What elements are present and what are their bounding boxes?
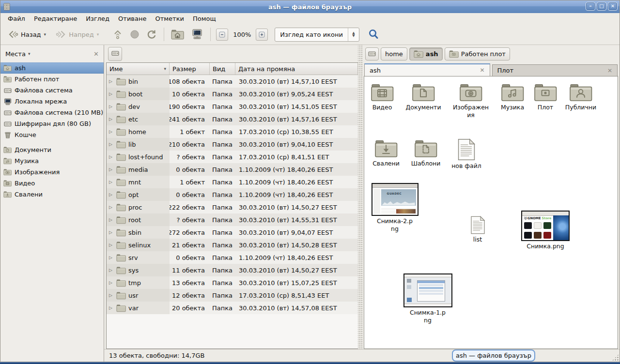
menu-item-5[interactable]: Помощ [188, 14, 220, 23]
sidebar-item-Документи[interactable]: Документи [0, 144, 104, 155]
breadcrumb-root[interactable] [365, 47, 379, 61]
taskbar-window-button[interactable]: ash — файлов браузър [452, 349, 535, 362]
home-button[interactable] [168, 27, 187, 42]
menu-item-1[interactable]: Редактиране [30, 14, 81, 23]
tree-row-lib[interactable]: ▷lib210 обектаПапка30.03.2010 (вт) 9,04,… [107, 138, 358, 151]
file-item-нов файл[interactable]: нов файл [443, 138, 490, 170]
tree-row-sys[interactable]: ▷sys11 обектаПапка30.03.2010 (вт) 14,50,… [107, 264, 358, 276]
sidebar-item-Работен плот[interactable]: Работен плот [0, 74, 104, 85]
expander-icon[interactable]: ▷ [109, 180, 114, 184]
sidebar-item-Файлова система (210 MB)[interactable]: Файлова система (210 MB) [0, 107, 104, 118]
file-item-Снимка.png[interactable]: 🐺GNOME StoreСнимка.png [522, 211, 569, 250]
sidebar-item-Шифриран дял (80 GB)[interactable]: Шифриран дял (80 GB) [0, 118, 104, 129]
tree-row-bin[interactable]: ▷bin108 обектаПапка30.03.2010 (вт) 14,57… [107, 75, 358, 88]
column-header-Размер[interactable]: Размер [170, 63, 210, 75]
tree-row-sbin[interactable]: ▷sbin272 обектаПапка30.03.2010 (вт) 9,04… [107, 226, 358, 239]
root-location-button[interactable] [108, 47, 122, 61]
column-header-Вид[interactable]: Вид [210, 63, 235, 75]
sidebar-item-Файлова система[interactable]: Файлова система [0, 85, 104, 96]
places-selector[interactable]: Места ▾ [5, 50, 30, 58]
tab-close-icon[interactable]: ✕ [480, 67, 484, 74]
column-header-Дата на промяна[interactable]: Дата на промяна [235, 63, 358, 75]
breadcrumb-Работен плот[interactable]: Работен плот [445, 47, 510, 61]
expander-icon[interactable]: ▷ [109, 217, 114, 222]
tree-row-media[interactable]: ▷media0 обектаПапка1.10.2009 (чт) 18,40,… [107, 163, 358, 176]
expander-icon[interactable]: ▷ [109, 91, 114, 96]
tree-row-etc[interactable]: ▷etc241 обектаПапка30.03.2010 (вт) 14,57… [107, 113, 358, 125]
pane-splitter[interactable] [358, 45, 362, 349]
menu-item-4[interactable]: Отметки [151, 14, 188, 23]
tab-Плот[interactable]: Плот✕ [492, 64, 618, 76]
tab-ash[interactable]: ash✕ [364, 63, 490, 76]
titlebar[interactable]: ash — файлов браузър – □ ✕ [0, 0, 620, 14]
zoom-out-button[interactable] [216, 29, 228, 41]
close-button[interactable]: ✕ [608, 2, 618, 11]
tree-row-tmp[interactable]: ▷tmp13 обектаПапка30.03.2010 (вт) 15,07,… [107, 276, 358, 289]
tree-row-var[interactable]: ▷var20 обектаПапка30.03.2010 (вт) 14,57,… [107, 302, 358, 314]
expander-icon[interactable]: ▷ [109, 129, 114, 134]
sidebar-item-Свалени[interactable]: Свалени [0, 189, 104, 200]
expander-icon[interactable]: ▷ [109, 79, 114, 84]
forward-button[interactable]: Напред ▾ [52, 28, 102, 41]
expander-icon[interactable]: ▷ [109, 268, 114, 273]
expander-icon[interactable]: ▷ [109, 104, 114, 109]
tree-row-usr[interactable]: ▷usr12 обектаПапка17.03.2010 (ср) 8,51,4… [107, 289, 358, 302]
breadcrumb-home[interactable]: home [381, 47, 407, 61]
file-item-Изображения[interactable]: Изображения [448, 82, 494, 119]
back-button[interactable]: Назад ▾ [4, 28, 49, 41]
zoom-in-button[interactable] [256, 29, 268, 41]
back-dropdown-icon[interactable]: ▾ [44, 32, 46, 37]
menu-item-3[interactable]: Отиване [114, 14, 151, 23]
tree-row-srv[interactable]: ▷srv0 обектаПапка1.10.2009 (чт) 18,40,26… [107, 251, 358, 264]
expander-icon[interactable]: ▷ [109, 117, 114, 121]
tree-row-proc[interactable]: ▷proc222 обектаПапка30.03.2010 (вт) 14,5… [107, 201, 358, 213]
expander-icon[interactable]: ▷ [109, 205, 114, 210]
tree-row-boot[interactable]: ▷boot10 обектаПапка30.03.2010 (вт) 9,05,… [107, 88, 358, 100]
sidebar-item-Видео[interactable]: Видео [0, 178, 104, 189]
file-item-Снимка-1.png[interactable]: Снимка-1.png [404, 273, 451, 324]
tree-row-mnt[interactable]: ▷mnt1 обектПапка1.10.2009 (чт) 18,40,26 … [107, 176, 358, 188]
expander-icon[interactable]: ▷ [109, 192, 114, 197]
view-selector[interactable]: Изглед като икони ▲▼ [275, 28, 359, 42]
file-item-Шаблони[interactable]: Шаблони [403, 138, 449, 167]
sidebar-item-Изображения[interactable]: Изображения [0, 167, 104, 178]
tree-row-home[interactable]: ▷home1 обектПапка17.03.2010 (ср) 10,38,5… [107, 125, 358, 138]
file-item-list[interactable]: list [454, 216, 501, 243]
reload-button[interactable] [143, 27, 160, 42]
up-button[interactable] [109, 27, 126, 42]
sidebar-item-Кошче[interactable]: Кошче [0, 129, 104, 140]
breadcrumb-ash[interactable]: ash [409, 47, 443, 61]
sidebar-item-ash[interactable]: ash [0, 62, 104, 74]
tab-close-icon[interactable]: ✕ [607, 67, 612, 74]
tree-row-root[interactable]: ▷root? обектаПапка30.03.2010 (вт) 14,55,… [107, 213, 358, 226]
sidebar-close-icon[interactable]: ✕ [93, 50, 99, 58]
expander-icon[interactable]: ▷ [109, 293, 114, 298]
expander-icon[interactable]: ▷ [109, 154, 114, 159]
expander-icon[interactable]: ▷ [109, 142, 114, 147]
sidebar-item-Локална мрежа[interactable]: Локална мрежа [0, 96, 104, 107]
column-header-Име[interactable]: Име▾ [107, 63, 170, 75]
expander-icon[interactable]: ▷ [109, 280, 114, 285]
computer-button[interactable] [187, 26, 207, 43]
resize-grip[interactable] [612, 354, 619, 361]
tree-row-dev[interactable]: ▷dev190 обектаПапка30.03.2010 (вт) 14,51… [107, 100, 358, 113]
expander-icon[interactable]: ▷ [109, 243, 114, 247]
icon-view[interactable]: ВидеоДокументиИзображенияМузикаПлотПубли… [364, 76, 618, 349]
file-item-Документи[interactable]: Документи [400, 82, 447, 111]
menu-item-0[interactable]: Файл [3, 14, 30, 23]
expander-icon[interactable]: ▷ [109, 230, 114, 235]
tree-row-opt[interactable]: ▷opt0 обектаПапка1.10.2009 (чт) 18,40,26… [107, 188, 358, 201]
maximize-button[interactable]: □ [597, 2, 606, 11]
expander-icon[interactable]: ▷ [109, 167, 114, 172]
search-button[interactable] [364, 27, 383, 42]
expander-icon[interactable]: ▷ [109, 255, 114, 260]
file-item-Публични[interactable]: Публични [558, 82, 604, 111]
expander-icon[interactable]: ▷ [109, 305, 114, 310]
menu-item-2[interactable]: Изглед [81, 14, 114, 23]
minimize-button[interactable]: – [586, 2, 595, 11]
tree-row-lost+found[interactable]: ▷lost+found? обектаПапка17.03.2010 (ср) … [107, 151, 358, 163]
file-item-Снимка-2.png[interactable]: GUADECСнимка-2.png [372, 183, 418, 232]
stop-button[interactable] [126, 28, 143, 41]
sidebar-item-Музика[interactable]: Музика [0, 155, 104, 167]
tree-row-selinux[interactable]: ▷selinux21 обектаПапка30.03.2010 (вт) 14… [107, 239, 358, 251]
